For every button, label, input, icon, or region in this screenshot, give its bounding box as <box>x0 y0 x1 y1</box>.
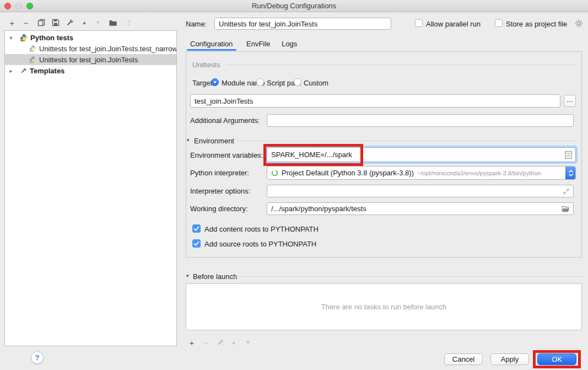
add-task-button[interactable]: + <box>186 337 197 348</box>
copy-icon <box>37 18 46 27</box>
plus-icon: + <box>10 19 15 27</box>
arrow-up-icon: ▲ <box>82 20 87 25</box>
expand-field-icon[interactable] <box>563 187 570 195</box>
environment-collapse-icon[interactable]: ▾ <box>187 138 190 143</box>
allow-parallel-run-label[interactable]: Allow parallel run <box>426 20 481 28</box>
unittests-group-title: Unittests <box>192 61 220 69</box>
titlebar: Run/Debug Configurations <box>0 0 588 12</box>
python-interpreter-path: ~/opt/miniconda3/envs/pyspark-3.8/bin/py… <box>417 170 541 176</box>
active-tab-underline <box>187 49 236 51</box>
question-mark-icon: ? <box>35 353 40 362</box>
pencil-icon <box>217 339 224 346</box>
ok-button[interactable]: OK <box>537 353 576 365</box>
edit-task-button[interactable] <box>215 337 226 348</box>
radio-custom[interactable] <box>294 78 301 86</box>
working-directory-value: /.../spark/python/pyspark/tests <box>271 205 366 213</box>
allow-parallel-run-checkbox[interactable] <box>415 19 423 27</box>
apply-button[interactable]: Apply <box>490 353 529 365</box>
edit-templates-button[interactable] <box>64 17 75 28</box>
tree-item-unittest-narrow[interactable]: Unittests for test_join.JoinTests.test_n… <box>5 43 176 54</box>
tree-item-unittest-jointests[interactable]: Unittests for test_join.JoinTests <box>5 54 176 65</box>
arrow-down-icon: ▼ <box>96 20 101 25</box>
arrow-down-icon: ▼ <box>246 340 251 345</box>
tab-envfile[interactable]: EnvFile <box>246 40 270 48</box>
section-divider <box>230 276 582 277</box>
help-button[interactable]: ? <box>31 351 44 364</box>
name-input[interactable] <box>214 18 391 30</box>
tree-item-label: Python tests <box>30 34 73 42</box>
remove-task-button[interactable]: − <box>201 337 212 348</box>
templates-wrench-icon <box>20 67 28 74</box>
python-test-icon <box>29 56 37 63</box>
add-source-roots-label[interactable]: Add source roots to PYTHONPATH <box>204 240 316 248</box>
chevron-down-icon[interactable]: ▾ <box>8 35 14 41</box>
group-divider <box>226 65 576 65</box>
edit-variables-list-icon[interactable] <box>565 151 572 159</box>
save-configuration-button[interactable] <box>50 17 61 28</box>
tree-item-python-tests[interactable]: ▾ Python tests <box>5 32 176 43</box>
new-folder-icon <box>109 18 117 27</box>
conda-env-icon <box>271 169 278 176</box>
add-source-roots-checkbox[interactable] <box>192 239 201 248</box>
radio-script-path[interactable] <box>256 78 264 86</box>
module-name-input[interactable] <box>190 94 560 108</box>
tab-configuration[interactable]: Configuration <box>190 40 233 48</box>
move-up-button[interactable]: ▲ <box>79 17 90 28</box>
sort-az-icon: ↓az <box>125 19 130 26</box>
environment-section-title: Environment <box>194 137 234 145</box>
add-configuration-button[interactable]: + <box>7 17 18 28</box>
ellipsis-icon: ... <box>567 95 573 104</box>
working-directory-label: Working directory: <box>190 205 248 213</box>
store-options-gear-button[interactable] <box>574 19 584 28</box>
tree-item-label: Unittests for test_join.JoinTests.test_n… <box>39 45 177 53</box>
python-interpreter-select[interactable]: Project Default (Python 3.8 (pyspark-3.8… <box>267 166 576 180</box>
additional-arguments-input[interactable] <box>267 114 574 127</box>
add-content-roots-label[interactable]: Add content roots to PYTHONPATH <box>204 225 319 233</box>
python-tests-icon <box>20 34 28 42</box>
wrench-icon <box>66 18 74 27</box>
tree-item-label: Templates <box>30 67 64 75</box>
gear-icon <box>574 19 584 28</box>
browse-module-button[interactable]: ... <box>564 95 576 107</box>
interpreter-options-input[interactable] <box>267 185 574 197</box>
folder-icon[interactable] <box>562 205 570 212</box>
configurations-tree: ▾ Python tests Unittests for test_join.J… <box>4 30 177 346</box>
new-folder-button[interactable] <box>107 17 118 28</box>
python-interpreter-label: Python interpreter: <box>190 169 249 177</box>
sort-configurations-button[interactable]: ↓az <box>122 17 133 28</box>
window-title: Run/Debug Configurations <box>0 0 588 12</box>
run-debug-configurations-dialog: Run/Debug Configurations + − ▲ ▼ ↓az <box>0 0 588 370</box>
working-directory-input[interactable]: /.../spark/python/pyspark/tests <box>267 202 574 215</box>
cancel-button[interactable]: Cancel <box>444 353 483 365</box>
tab-logs[interactable]: Logs <box>282 40 297 48</box>
copy-configuration-button[interactable] <box>36 17 47 28</box>
radio-custom-label[interactable]: Custom <box>304 79 328 87</box>
checked-checkbox-icon <box>192 239 201 248</box>
minus-icon: − <box>204 339 209 347</box>
python-test-icon <box>29 45 37 52</box>
save-icon <box>51 18 60 27</box>
arrow-up-icon: ▲ <box>231 340 236 345</box>
interpreter-options-label: Interpreter options: <box>190 187 250 195</box>
environment-variables-input[interactable]: SPARK_HOME=/.../spark <box>267 147 576 162</box>
before-launch-collapse-icon[interactable]: ▾ <box>186 274 189 278</box>
checked-checkbox-icon <box>192 224 201 233</box>
name-label: Name: <box>186 20 207 28</box>
move-task-down-button[interactable]: ▼ <box>242 337 253 348</box>
chevron-right-icon[interactable]: ▸ <box>8 68 14 74</box>
minus-icon: − <box>24 19 29 27</box>
remove-configuration-button[interactable]: − <box>20 17 31 28</box>
python-interpreter-value: Project Default (Python 3.8 (pyspark-3.8… <box>282 169 414 177</box>
select-stepper-icon[interactable] <box>565 166 576 180</box>
before-launch-empty-message: There are no tasks to run before launch <box>321 303 447 311</box>
before-launch-task-list[interactable]: There are no tasks to run before launch <box>186 283 582 330</box>
tree-item-label: Unittests for test_join.JoinTests <box>39 56 138 64</box>
tree-item-templates[interactable]: ▸ Templates <box>5 65 176 76</box>
section-divider <box>236 141 576 141</box>
move-down-button[interactable]: ▼ <box>93 17 104 28</box>
add-content-roots-checkbox[interactable] <box>192 224 201 233</box>
move-task-up-button[interactable]: ▲ <box>228 337 239 348</box>
store-as-project-file-checkbox[interactable] <box>495 19 503 27</box>
store-as-project-file-label[interactable]: Store as project file <box>506 20 567 28</box>
radio-module-name[interactable] <box>211 78 219 86</box>
